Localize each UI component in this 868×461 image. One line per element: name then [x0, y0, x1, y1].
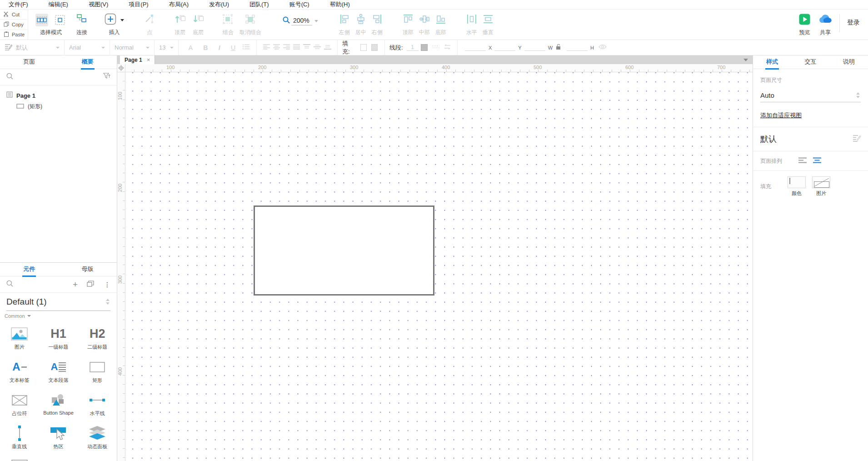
- canvas-body[interactable]: [125, 72, 753, 461]
- insert-button[interactable]: 插入: [105, 13, 124, 36]
- underline-button[interactable]: U: [231, 44, 235, 51]
- filter-icon[interactable]: [103, 73, 110, 81]
- w-input[interactable]: [524, 45, 545, 51]
- widget-button-shape[interactable]: Button Shape: [39, 388, 78, 421]
- add-adaptive-views-link[interactable]: 添加自适应视图: [760, 111, 802, 120]
- widget-search-icon[interactable]: [6, 280, 13, 289]
- fill-image-label: 图片: [816, 190, 826, 197]
- canvas-tab-page1[interactable]: Page 1 ×: [120, 55, 155, 64]
- widget-text-paragraph[interactable]: A 文本段落: [39, 355, 78, 388]
- tree-node-page1[interactable]: Page 1: [0, 90, 117, 101]
- search-icon[interactable]: [6, 73, 13, 81]
- y-input[interactable]: [494, 45, 515, 51]
- close-tab-icon[interactable]: ×: [147, 56, 150, 63]
- widget-droplist[interactable]: ABC: [39, 455, 78, 461]
- fill-color-swatch[interactable]: [360, 44, 367, 51]
- line-color-swatch[interactable]: [421, 44, 428, 51]
- arrange-center-icon[interactable]: [813, 157, 821, 165]
- line-pattern-icon[interactable]: [432, 44, 439, 51]
- library-select[interactable]: Default (1): [6, 293, 110, 311]
- more-options-kebab-icon[interactable]: ⋮: [104, 281, 110, 288]
- menu-view[interactable]: 视图(V): [85, 0, 112, 9]
- widget-text-label[interactable]: A 文本标签: [0, 355, 39, 388]
- fill-image-option[interactable]: 图片: [812, 176, 830, 197]
- menu-project[interactable]: 项目(P): [125, 0, 152, 9]
- edit-style-icon[interactable]: [853, 135, 861, 144]
- h-input[interactable]: [567, 45, 588, 51]
- h-ruler-600: 600: [625, 65, 634, 70]
- rectangle-shape[interactable]: [254, 205, 434, 296]
- tab-widgets[interactable]: 元件: [0, 263, 59, 276]
- cut-button[interactable]: Cut: [0, 10, 28, 20]
- zoom-caret-icon[interactable]: [314, 20, 318, 22]
- widget-placeholder[interactable]: 占位符: [0, 388, 39, 421]
- widget-h2[interactable]: H2 二级标题: [78, 322, 117, 355]
- fill-color-option[interactable]: 颜色: [788, 176, 806, 197]
- align-text-center-icon[interactable]: [273, 44, 280, 51]
- font-color-button[interactable]: A: [189, 44, 193, 51]
- widget-h1[interactable]: H1 一级标题: [39, 322, 78, 355]
- copy-button[interactable]: Copy: [0, 20, 28, 30]
- tab-pages[interactable]: 页面: [0, 55, 59, 69]
- align-text-left-icon[interactable]: [263, 44, 270, 51]
- lock-ratio-icon[interactable]: [555, 44, 561, 51]
- vertical-middle-icon[interactable]: [314, 44, 321, 51]
- font-weight-select[interactable]: Normal: [110, 40, 155, 55]
- x-input[interactable]: [465, 45, 486, 51]
- menu-edit[interactable]: 编辑(E): [45, 0, 72, 9]
- y-label: Y: [518, 45, 521, 50]
- paste-button[interactable]: Paste: [0, 30, 28, 40]
- font-family-select[interactable]: Arial: [65, 40, 110, 55]
- widget-rectangle[interactable]: 矩形: [78, 355, 117, 388]
- tab-note[interactable]: 说明: [830, 55, 868, 69]
- insert-label: 插入: [109, 29, 120, 36]
- add-library-icon[interactable]: +: [73, 280, 78, 289]
- page-size-select[interactable]: Auto: [760, 89, 861, 102]
- tab-masters[interactable]: 母版: [59, 263, 117, 276]
- widget-dynamic-panel[interactable]: 动态面板: [78, 421, 117, 455]
- arrow-style-icon[interactable]: [444, 44, 451, 51]
- menu-team[interactable]: 团队(T): [245, 0, 273, 9]
- paste-label: Paste: [12, 32, 25, 37]
- tab-interaction[interactable]: 交互: [791, 55, 829, 69]
- menu-layout[interactable]: 布局(A): [165, 0, 193, 9]
- widget-inline-frame[interactable]: [0, 455, 39, 461]
- fill-gradient-swatch[interactable]: [371, 44, 378, 51]
- bring-front-button: 顶层: [174, 13, 186, 36]
- login-link[interactable]: 登录: [847, 19, 860, 27]
- font-size-select[interactable]: 13: [155, 40, 179, 55]
- widget-vertical-line[interactable]: 垂直线: [0, 421, 39, 455]
- style-preset-select[interactable]: 默认: [0, 40, 65, 55]
- visibility-eye-icon[interactable]: [599, 44, 607, 51]
- bullet-list-icon[interactable]: [243, 44, 249, 51]
- widget-horizontal-line[interactable]: 水平线: [78, 388, 117, 421]
- insert-caret-icon[interactable]: [120, 19, 124, 21]
- contain-select-icon[interactable]: [54, 14, 66, 26]
- menu-file[interactable]: 文件(F): [5, 0, 32, 9]
- align-text-justify-icon[interactable]: [293, 44, 300, 51]
- bold-button[interactable]: B: [203, 44, 208, 51]
- line-width-input[interactable]: 1: [407, 44, 419, 51]
- align-text-right-icon[interactable]: [283, 44, 290, 51]
- italic-button[interactable]: I: [219, 44, 220, 51]
- tab-outline[interactable]: 概要: [59, 55, 117, 69]
- common-section-header[interactable]: Common: [0, 311, 117, 321]
- zoom-value-input[interactable]: 200%: [291, 17, 312, 25]
- arrange-left-icon[interactable]: [798, 157, 807, 165]
- menu-account[interactable]: 账号(C): [285, 0, 314, 9]
- connect-button[interactable]: 连接: [76, 13, 87, 36]
- tab-style[interactable]: 样式: [753, 55, 791, 69]
- widget-hotspot[interactable]: 热区: [39, 421, 78, 455]
- preview-button[interactable]: 预览: [799, 13, 810, 36]
- tree-node-rectangle[interactable]: (矩形): [0, 101, 117, 112]
- menu-help[interactable]: 帮助(H): [326, 0, 354, 9]
- ruler-origin-icon[interactable]: [117, 64, 125, 72]
- vertical-top-icon[interactable]: [303, 44, 310, 51]
- share-button[interactable]: 共享: [818, 13, 832, 36]
- tab-list-caret-icon[interactable]: [743, 59, 748, 61]
- widget-image[interactable]: 图片: [0, 322, 39, 355]
- menu-publish[interactable]: 发布(U): [205, 0, 233, 9]
- vertical-bottom-icon[interactable]: [324, 44, 331, 51]
- intersect-select-icon[interactable]: [35, 14, 48, 26]
- duplicate-library-icon[interactable]: [87, 281, 94, 289]
